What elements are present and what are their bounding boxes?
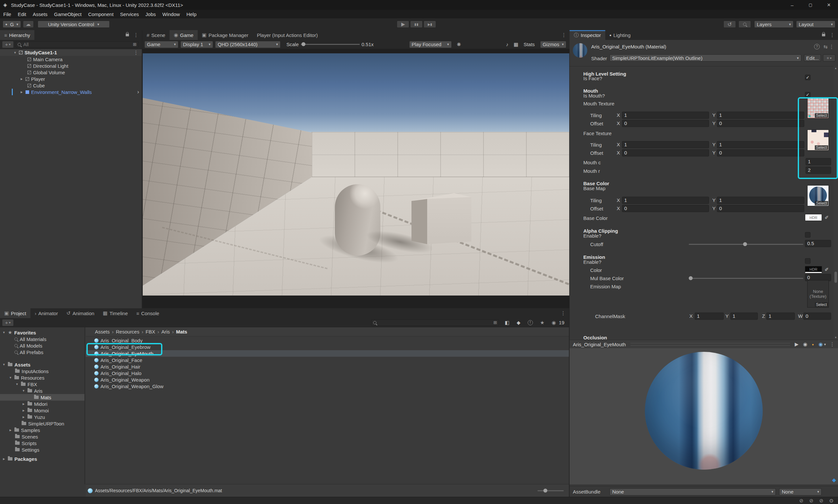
menu-file[interactable]: File (0, 12, 14, 17)
material-preview-area[interactable]: ◆ (570, 348, 838, 484)
channelmask-x-field[interactable]: 1 (695, 312, 724, 320)
foldout-open-icon[interactable]: ▼ (2, 331, 6, 334)
tree-all-materials[interactable]: All Materials (0, 336, 85, 342)
preview-lighting-icon[interactable]: ● (812, 343, 814, 346)
kebab-menu-icon[interactable]: ⋮ (561, 310, 566, 316)
foldout-closed-icon[interactable]: ▶ (2, 457, 6, 461)
stats-toggle[interactable]: Stats (523, 41, 535, 47)
texture-select-button[interactable]: Select (815, 302, 828, 307)
thumbnail-size-knob[interactable] (543, 489, 547, 492)
version-control-dropdown[interactable]: Unity Version Control ▾ (38, 21, 110, 28)
cutoff-slider-knob[interactable] (743, 242, 747, 246)
resolution-dropdown[interactable]: QHD (2560x1440) ▾ (215, 41, 281, 48)
undo-history-button[interactable]: ↺ (724, 21, 736, 28)
tree-aris[interactable]: ▼ Aris (0, 388, 85, 394)
display-dropdown[interactable]: Display 1 ▾ (180, 41, 213, 48)
menu-help[interactable]: Help (183, 12, 200, 17)
presets-icon[interactable]: ⇆ (823, 44, 827, 50)
open-search-window-icon[interactable]: ⊞ (133, 42, 137, 47)
emission-map-thumbnail[interactable]: None (Texture) Select (807, 280, 829, 308)
search-by-label-icon[interactable]: ◆ (517, 320, 520, 326)
tab-lighting[interactable]: ● Lighting (605, 30, 635, 40)
search-by-type-icon[interactable]: ◧ (505, 320, 509, 326)
kebab-menu-icon[interactable]: ⋮ (561, 32, 566, 38)
create-asset-button[interactable]: + ▾ (2, 319, 14, 326)
base-offset-x-field[interactable]: 0 (622, 205, 709, 212)
tab-game[interactable]: ◉ Game (170, 30, 198, 40)
open-search-window-icon[interactable]: ⊞ (493, 320, 497, 325)
base-tiling-y-field[interactable]: 1 (717, 197, 804, 204)
face-offset-x-field[interactable]: 0 (622, 149, 709, 157)
mul-base-color-knob[interactable] (689, 276, 693, 280)
tree-mats[interactable]: Mats (0, 394, 85, 400)
file-aris-original-body[interactable]: Aris_Original_Body (86, 337, 569, 344)
menu-jobs[interactable]: Jobs (142, 12, 159, 17)
debugger-disabled-icon[interactable]: ⊘ (799, 498, 804, 504)
channelmask-y-field[interactable]: 1 (730, 312, 758, 320)
layers-dropdown[interactable]: Layers ▾ (754, 21, 794, 28)
cutoff-slider[interactable] (689, 244, 803, 245)
menu-window[interactable]: Window (159, 12, 183, 17)
file-aris-original-weapon-glow[interactable]: Aris_Original_Weapon_Glow (86, 383, 569, 390)
foldout-open-icon[interactable]: ▼ (2, 363, 6, 366)
eyedropper-icon[interactable]: ✐ (824, 267, 829, 273)
search-everywhere-button[interactable] (738, 21, 751, 28)
mouth-tiling-x-field[interactable]: 1 (622, 112, 709, 119)
mouth-offset-y-field[interactable]: 0 (717, 120, 804, 127)
tab-hierarchy[interactable]: ≡ Hierarchy (0, 30, 34, 40)
shader-menu-button[interactable]: ≡ ▾ (823, 54, 835, 61)
scale-slider[interactable] (301, 44, 360, 45)
close-button[interactable]: × (820, 2, 838, 8)
emission-enable-checkbox[interactable] (805, 258, 810, 264)
file-aris-original-eyemouth[interactable]: Aris_Original_EyeMouth (86, 350, 569, 357)
tab-package-manager[interactable]: ▣ Package Manager (198, 30, 253, 40)
menu-gameobject[interactable]: GameObject (51, 12, 85, 17)
prefab-open-chevron-icon[interactable]: › (137, 89, 139, 95)
base-color-swatch[interactable]: HDR (805, 214, 822, 221)
channelmask-z-field[interactable]: 1 (766, 312, 795, 320)
hierarchy-search[interactable]: ⊞ (16, 41, 139, 48)
shader-dropdown[interactable]: SimpleURPToonLitExample(With Outline) ▾ (609, 54, 801, 61)
kebab-menu-icon[interactable]: ⋮ (829, 44, 834, 50)
account-dropdown[interactable]: ● G ▾ (3, 21, 21, 28)
hierarchy-item-main-camera[interactable]: Main Camera (0, 56, 142, 62)
menu-services[interactable]: Services (117, 12, 142, 17)
preview-shape-icon[interactable]: ◉ (803, 341, 807, 347)
inspector-scrollbar[interactable]: ▲ ▼ (834, 66, 838, 340)
hierarchy-item-global-volume[interactable]: Global Volume (0, 69, 142, 76)
scroll-up-icon[interactable]: ▲ (834, 67, 837, 70)
breadcrumb-fbx[interactable]: FBX (146, 329, 155, 335)
foldout-open-icon[interactable]: ▼ (15, 382, 19, 386)
preview-env-icon[interactable]: ◉ (818, 341, 823, 347)
frame-debugger-icon[interactable]: ❋ (457, 41, 461, 48)
tree-midori[interactable]: ▶ Midori (0, 400, 85, 407)
cache-server-disabled-icon[interactable]: ⊘ (809, 498, 814, 504)
hidden-count-eye-icon[interactable]: ◉ (552, 320, 556, 326)
menu-edit[interactable]: Edit (14, 12, 30, 17)
help-icon[interactable]: ? (814, 44, 820, 50)
cutoff-value-field[interactable]: 0.5 (805, 240, 831, 247)
tab-animator[interactable]: › Animator (31, 308, 62, 318)
gizmos-dropdown[interactable]: Gizmos ▾ (540, 41, 566, 48)
tree-resources[interactable]: ▼ Resources (0, 374, 85, 381)
chevron-down-icon[interactable]: ▾ (824, 342, 826, 346)
foldout-closed-icon[interactable]: ▶ (22, 402, 25, 406)
project-search[interactable]: ⊞ (371, 320, 499, 326)
file-aris-original-eyebrow[interactable]: Aris_Original_Eyebrow (86, 344, 569, 350)
tree-scripts[interactable]: Scripts (0, 440, 85, 446)
play-button[interactable]: ▶ (397, 21, 409, 28)
tree-scenes[interactable]: Scenes (0, 433, 85, 440)
layout-dropdown[interactable]: Layout ▾ (796, 21, 835, 28)
file-aris-original-face[interactable]: Aris_Original_Face (86, 357, 569, 363)
foldout-open-icon[interactable]: ▼ (22, 389, 25, 392)
tree-packages[interactable]: ▶ Packages (0, 455, 85, 462)
lock-icon[interactable] (822, 34, 825, 36)
is-face-checkbox[interactable]: ✓ (805, 75, 810, 80)
tab-inspector[interactable]: ⓘ Inspector (570, 30, 605, 40)
file-aris-original-hair[interactable]: Aris_Original_Hair (86, 363, 569, 370)
foldout-closed-icon[interactable]: ▶ (22, 416, 25, 418)
breadcrumb-resources[interactable]: Resources (116, 329, 140, 335)
assetbundle-variant-dropdown[interactable]: None ▾ (779, 488, 822, 496)
eyedropper-icon[interactable]: ✐ (824, 215, 829, 220)
play-focused-dropdown[interactable]: Play Focused ▾ (409, 41, 452, 48)
